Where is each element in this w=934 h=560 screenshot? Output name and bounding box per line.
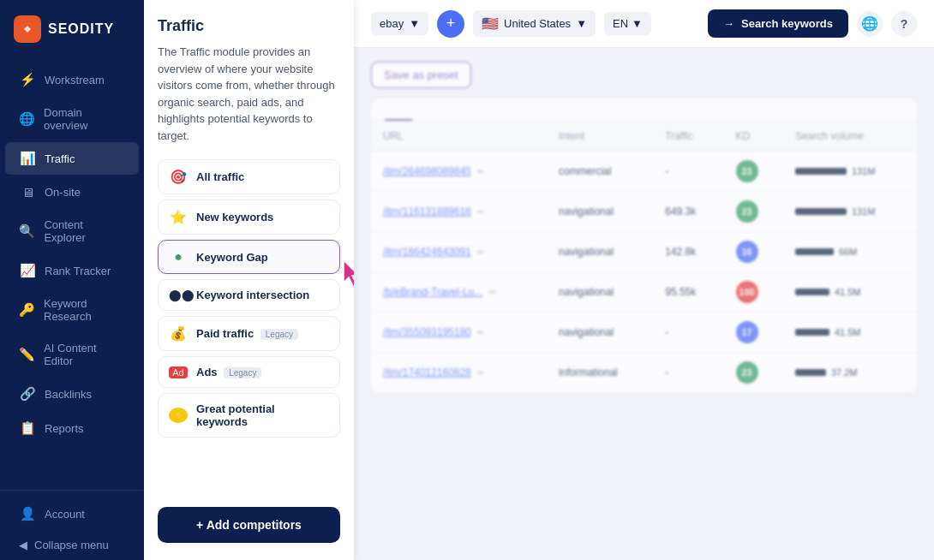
volume-cell: 131M bbox=[783, 152, 917, 192]
menu-item-great-potential[interactable]: ⚡ Great potential keywords bbox=[158, 393, 340, 438]
traffic-menu-list: 🎯 All traffic ⭐ New keywords ● Keyword G… bbox=[158, 159, 340, 438]
menu-item-ads[interactable]: Ad Ads Legacy bbox=[158, 356, 340, 388]
sidebar-item-account[interactable]: 👤 Account bbox=[5, 497, 139, 530]
menu-item-keyword-gap[interactable]: ● Keyword Gap bbox=[158, 240, 340, 274]
sidebar-item-workstream[interactable]: ⚡ Workstream bbox=[5, 63, 139, 96]
help-icon[interactable]: ? bbox=[891, 11, 917, 37]
sidebar-item-keyword-research[interactable]: 🔑 Keyword Research bbox=[5, 289, 139, 331]
collapse-menu[interactable]: ◀ Collapse menu bbox=[5, 530, 139, 560]
rank-tracker-icon: 📈 bbox=[19, 263, 36, 278]
sidebar-item-domain-overview[interactable]: 🌐 Domain overview bbox=[5, 98, 139, 140]
volume-cell: 41.5M bbox=[783, 272, 917, 313]
sidebar-item-traffic[interactable]: 📊 Traffic bbox=[5, 142, 139, 175]
ai-content-icon: ✏️ bbox=[19, 347, 35, 362]
sidebar-item-label: Keyword Research bbox=[44, 297, 125, 323]
logo-text: SEODITY bbox=[48, 21, 114, 37]
sidebar-item-ai-content[interactable]: ✏️ AI Content Editor bbox=[5, 333, 139, 376]
menu-item-keyword-intersection[interactable]: ⬤⬤ Keyword intersection bbox=[158, 279, 340, 311]
domain-overview-icon: 🌐 bbox=[19, 111, 35, 127]
url-cell: /itm/174012160828 ✏ bbox=[371, 353, 547, 393]
flag-icon: 🇺🇸 bbox=[482, 15, 499, 32]
kd-cell: 23 bbox=[724, 192, 783, 232]
domain-selector[interactable]: ebay ▼ bbox=[371, 12, 428, 35]
sidebar-item-label: On-site bbox=[45, 186, 81, 199]
workstream-icon: ⚡ bbox=[19, 72, 36, 87]
tab-bar bbox=[371, 98, 917, 122]
sidebar-item-backlinks[interactable]: 🔗 Backlinks bbox=[5, 378, 139, 410]
content-area: Save as preset URL Intent Traffic KD Sea… bbox=[354, 48, 934, 560]
sidebar-item-label: AI Content Editor bbox=[44, 342, 125, 367]
data-table: URL Intent Traffic KD Search volume /itm… bbox=[371, 122, 917, 393]
menu-item-label: All traffic bbox=[196, 170, 244, 183]
traffic-cell: 95.55k bbox=[653, 272, 723, 313]
domain-text: ebay bbox=[380, 17, 404, 30]
sidebar-item-content-explorer[interactable]: 🔍 Content Explorer bbox=[5, 210, 139, 253]
sidebar-item-label: Content Explorer bbox=[44, 218, 125, 244]
tab-active[interactable] bbox=[385, 98, 412, 121]
backlinks-icon: 🔗 bbox=[19, 386, 36, 402]
cursor-arrow bbox=[340, 259, 354, 289]
volume-cell: 131M bbox=[783, 192, 917, 232]
domain-dropdown-icon: ▼ bbox=[409, 17, 420, 30]
col-url: URL bbox=[371, 122, 547, 152]
kd-cell: 17 bbox=[724, 313, 783, 353]
intent-cell: navigational bbox=[547, 192, 653, 232]
ads-icon: Ad bbox=[169, 366, 188, 378]
content-explorer-icon: 🔍 bbox=[19, 223, 35, 239]
logo[interactable]: SEODITY bbox=[0, 0, 144, 57]
sidebar-item-rank-tracker[interactable]: 📈 Rank Tracker bbox=[5, 254, 139, 287]
sidebar-item-label: Account bbox=[45, 508, 85, 521]
language-selector[interactable]: EN ▼ bbox=[604, 12, 651, 35]
lang-text: EN bbox=[613, 17, 628, 30]
great-potential-icon: ⚡ bbox=[169, 408, 188, 423]
intent-cell: navigational bbox=[547, 232, 653, 272]
keyword-intersection-icon: ⬤⬤ bbox=[169, 289, 188, 301]
tooltip-panel: Traffic The Traffic module provides an o… bbox=[144, 0, 354, 560]
traffic-cell: - bbox=[653, 353, 723, 393]
sidebar: SEODITY ⚡ Workstream 🌐 Domain overview 📊… bbox=[0, 0, 144, 560]
sidebar-item-label: Reports bbox=[45, 422, 84, 435]
menu-item-label: Keyword Gap bbox=[196, 251, 268, 264]
legacy-badge: Legacy bbox=[260, 329, 298, 340]
col-volume: Search volume bbox=[783, 122, 917, 152]
intent-cell: commercial bbox=[547, 152, 653, 192]
menu-item-paid-traffic[interactable]: 💰 Paid traffic Legacy bbox=[158, 316, 340, 351]
intent-cell: navigational bbox=[547, 272, 653, 313]
table-row: /itm/186424643091 ✏ navigational 142.8k … bbox=[371, 232, 917, 272]
menu-item-all-traffic[interactable]: 🎯 All traffic bbox=[158, 159, 340, 194]
filter-bar: Save as preset bbox=[371, 62, 917, 88]
collapse-icon: ◀ bbox=[19, 539, 27, 551]
main-content: ebay ▼ + 🇺🇸 United States ▼ EN ▼ → Searc… bbox=[354, 0, 934, 560]
country-dropdown-icon: ▼ bbox=[576, 17, 587, 30]
country-text: United States bbox=[504, 17, 571, 30]
menu-item-label: Ads Legacy bbox=[196, 366, 261, 378]
add-domain-button[interactable]: + bbox=[437, 10, 464, 38]
lang-dropdown-icon: ▼ bbox=[632, 17, 643, 30]
sidebar-item-label: Rank Tracker bbox=[45, 265, 111, 277]
sidebar-item-label: Traffic bbox=[45, 152, 75, 165]
tooltip-description: The Traffic module provides an overview … bbox=[158, 44, 340, 144]
add-competitors-button[interactable]: + Add competitors bbox=[158, 507, 340, 543]
legacy-badge: Legacy bbox=[224, 367, 261, 378]
sidebar-item-label: Workstream bbox=[45, 74, 105, 86]
table-row: /itm/264698089845 ✏ commercial - 23 131M bbox=[371, 152, 917, 192]
search-keywords-arrow-icon: → bbox=[723, 17, 734, 30]
volume-cell: 66M bbox=[783, 232, 917, 272]
sidebar-item-label: Backlinks bbox=[45, 388, 92, 401]
sidebar-item-reports[interactable]: 📋 Reports bbox=[5, 412, 139, 444]
save-preset-button[interactable]: Save as preset bbox=[371, 62, 471, 88]
logo-icon bbox=[14, 15, 41, 43]
globe-icon[interactable]: 🌐 bbox=[857, 11, 883, 37]
kd-cell: 16 bbox=[724, 232, 783, 272]
traffic-cell: 649.3k bbox=[653, 192, 723, 232]
country-selector[interactable]: 🇺🇸 United States ▼ bbox=[473, 10, 596, 37]
paid-traffic-icon: 💰 bbox=[169, 325, 188, 342]
menu-item-label: New keywords bbox=[196, 211, 273, 223]
traffic-cell: - bbox=[653, 152, 723, 192]
menu-item-new-keywords[interactable]: ⭐ New keywords bbox=[158, 200, 340, 235]
kd-cell: 100 bbox=[724, 272, 783, 313]
sidebar-item-on-site[interactable]: 🖥 On-site bbox=[5, 176, 139, 208]
traffic-icon: 📊 bbox=[19, 151, 36, 166]
search-keywords-button[interactable]: → Search keywords bbox=[708, 9, 848, 38]
collapse-label: Collapse menu bbox=[34, 539, 109, 551]
